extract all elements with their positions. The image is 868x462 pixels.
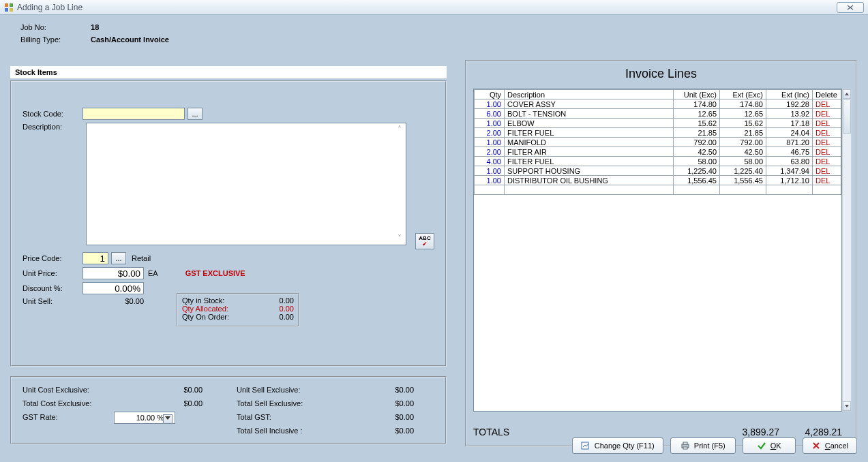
- cancel-button[interactable]: Cancel: [803, 437, 857, 454]
- price-code-input[interactable]: [83, 252, 108, 264]
- scroll-thumb[interactable]: [843, 99, 851, 134]
- cell-unit-exc: 42.50: [674, 147, 720, 157]
- col-description[interactable]: Description: [505, 90, 674, 99]
- cell-delete[interactable]: DEL: [813, 147, 841, 157]
- unit-sell-excl-label: Unit Sell Exclusive:: [237, 386, 339, 394]
- cell-delete[interactable]: DEL: [813, 157, 841, 166]
- table-row[interactable]: 6.00BOLT - TENSION12.6512.6513.92DEL: [475, 109, 841, 119]
- cell-desc: ELBOW: [505, 119, 674, 128]
- stock-item-group: Stock Code: ... Description: ˄ ˅ ABC ✔ P…: [10, 80, 447, 367]
- unit-price-input[interactable]: [83, 267, 144, 279]
- table-row[interactable]: 2.00FILTER AIR42.5042.5046.75DEL: [475, 147, 841, 157]
- svg-rect-4: [582, 442, 588, 449]
- cell-delete[interactable]: DEL: [813, 99, 841, 109]
- scroll-down-button[interactable]: [843, 401, 851, 411]
- cell-ext-exc: 792.00: [720, 138, 766, 147]
- cell-ext-inc: 871.20: [766, 138, 813, 147]
- stock-code-input[interactable]: [83, 108, 185, 120]
- change-qty-icon: [581, 441, 590, 450]
- print-button[interactable]: Print (F5): [670, 437, 736, 454]
- col-qty[interactable]: Qty: [475, 90, 505, 99]
- cell-ext-inc: 1,712.10: [766, 176, 813, 185]
- qty-on-order-label: Qty On Order:: [182, 313, 229, 321]
- discount-label: Discount %:: [23, 284, 83, 292]
- qty-box: Qty in Stock:0.00 Qty Allocated:0.00 Qty…: [177, 293, 299, 327]
- tab-stock-items[interactable]: Stock Items: [10, 66, 447, 78]
- total-gst-label: Total GST:: [237, 413, 339, 421]
- gst-rate-select[interactable]: 10.00 %: [114, 412, 175, 424]
- cell-unit-exc: 792.00: [674, 138, 720, 147]
- table-row[interactable]: 1.00SUPPORT HOUSING1,225.401,225.401,347…: [475, 166, 841, 176]
- cell-delete[interactable]: DEL: [813, 128, 841, 138]
- gst-rate-value: 10.00 %: [136, 414, 164, 422]
- table-row[interactable]: 1.00ELBOW15.6215.6217.18DEL: [475, 119, 841, 128]
- svg-rect-0: [5, 3, 8, 7]
- cell-unit-exc: 21.85: [674, 128, 720, 138]
- cell-delete[interactable]: DEL: [813, 166, 841, 176]
- unit-sell-label: Unit Sell:: [23, 297, 83, 305]
- check-icon: ✔: [422, 241, 428, 247]
- description-textarea[interactable]: ˄ ˅: [86, 123, 406, 245]
- cell-desc: FILTER FUEL: [505, 157, 674, 166]
- col-delete[interactable]: Delete: [813, 90, 841, 99]
- invoice-scrollbar[interactable]: [842, 89, 852, 412]
- cell-delete[interactable]: DEL: [813, 109, 841, 119]
- cell-qty: 2.00: [475, 128, 505, 138]
- table-row[interactable]: 2.00FILTER FUEL21.8521.8524.04DEL: [475, 128, 841, 138]
- cell-desc: FILTER AIR: [505, 147, 674, 157]
- printer-icon: [680, 441, 690, 450]
- col-unit-exc[interactable]: Unit (Exc): [674, 90, 720, 99]
- price-code-browse-button[interactable]: ...: [111, 252, 126, 264]
- cell-ext-exc: 1,225.40: [720, 166, 766, 176]
- svg-rect-2: [5, 8, 8, 12]
- scroll-up-icon[interactable]: ˄: [395, 125, 404, 134]
- discount-input[interactable]: [83, 282, 144, 294]
- total-gst-value: $0.00: [353, 413, 414, 421]
- cell-qty: 6.00: [475, 109, 505, 119]
- invoice-grid[interactable]: Qty Description Unit (Exc) Ext (Exc) Ext…: [473, 89, 842, 412]
- total-sell-excl-value: $0.00: [353, 399, 414, 407]
- table-row[interactable]: 1.00COVER ASSY174.80174.80192.28DEL: [475, 99, 841, 109]
- title-bar: Adding a Job Line: [0, 0, 868, 15]
- cell-unit-exc: 1,225.40: [674, 166, 720, 176]
- cell-desc: MANIFOLD: [505, 138, 674, 147]
- cell-delete[interactable]: DEL: [813, 176, 841, 185]
- total-sell-incl-value: $0.00: [353, 427, 414, 435]
- cell-delete[interactable]: DEL: [813, 119, 841, 128]
- cell-delete[interactable]: DEL: [813, 138, 841, 147]
- cell-ext-inc: 192.28: [766, 99, 813, 109]
- ok-button[interactable]: OK: [743, 437, 796, 454]
- cell-qty: 1.00: [475, 119, 505, 128]
- qty-allocated-value: 0.00: [280, 305, 294, 313]
- cell-ext-exc: 21.85: [720, 128, 766, 138]
- unit-sell-value: $0.00: [83, 297, 144, 305]
- cell-ext-inc: 1,347.94: [766, 166, 813, 176]
- unit-price-label: Unit Price:: [23, 269, 83, 277]
- col-ext-exc[interactable]: Ext (Exc): [720, 90, 766, 99]
- cell-ext-exc: 1,556.45: [720, 176, 766, 185]
- cell-desc: COVER ASSY: [505, 99, 674, 109]
- scroll-up-button[interactable]: [843, 89, 851, 99]
- cell-desc: DISTRIBUTOR OIL BUSHING: [505, 176, 674, 185]
- jobno-value: 18: [91, 23, 99, 31]
- totals-ext-inc: 4,289.21: [788, 427, 842, 437]
- price-code-text: Retail: [132, 254, 151, 262]
- invoice-lines-panel: Invoice Lines Qty Description Unit (Exc)…: [465, 60, 857, 447]
- table-row[interactable]: 4.00FILTER FUEL58.0058.0063.80DEL: [475, 157, 841, 166]
- unit-cost-excl-value: $0.00: [141, 386, 203, 394]
- cell-qty: 1.00: [475, 166, 505, 176]
- check-icon: [757, 441, 766, 450]
- spellcheck-button[interactable]: ABC ✔: [415, 233, 434, 249]
- scroll-down-icon[interactable]: ˅: [395, 234, 404, 243]
- totals-ext-exc: 3,899.27: [725, 427, 779, 437]
- cell-unit-exc: 174.80: [674, 99, 720, 109]
- cell-desc: FILTER FUEL: [505, 128, 674, 138]
- stock-code-browse-button[interactable]: ...: [188, 108, 203, 120]
- totals-label: TOTALS: [473, 427, 514, 437]
- table-row[interactable]: 1.00DISTRIBUTOR OIL BUSHING1,556.451,556…: [475, 176, 841, 185]
- window-close-button[interactable]: [837, 2, 864, 13]
- gst-rate-label: GST Rate:: [23, 413, 125, 421]
- change-qty-button[interactable]: Change Qty (F11): [572, 437, 663, 454]
- table-row[interactable]: 1.00MANIFOLD792.00792.00871.20DEL: [475, 138, 841, 147]
- col-ext-inc[interactable]: Ext (Inc): [766, 90, 813, 99]
